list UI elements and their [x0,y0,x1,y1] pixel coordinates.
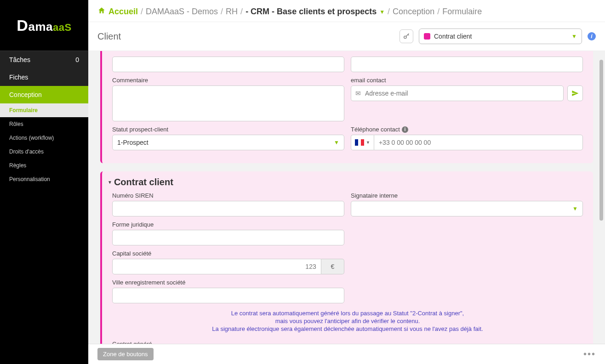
forme-label: Forme juridique [112,221,344,228]
breadcrumb: Accueil / DAMAaaS - Demos / RH / - CRM -… [88,0,605,22]
ville-input[interactable] [112,288,344,303]
commentaire-input[interactable] [112,85,344,121]
siren-input[interactable] [112,201,344,216]
info-icon[interactable]: i [588,32,596,40]
chevron-down-icon: ▼ [572,205,578,212]
section-prospect: Commentaire email contact ✉ [100,51,593,163]
chevron-down-icon: ▼ [379,9,385,15]
nav-taches-count: 0 [75,56,79,63]
ville-label: Ville enregistrement société [112,279,344,286]
collapse-icon: ▼ [108,180,112,185]
chevron-down-icon: ▼ [334,139,339,146]
button-zone-button[interactable]: Zone de boutons [97,348,154,360]
subnav-roles[interactable]: Rôles [0,117,88,131]
statut-value: 1-Prospect [117,139,148,146]
home-icon [97,6,106,17]
breadcrumb-conception[interactable]: Conception [393,7,434,17]
key-button[interactable] [400,29,413,43]
send-email-button[interactable] [567,85,583,101]
breadcrumb-home[interactable]: Accueil [97,6,138,17]
more-icon[interactable]: ••• [583,349,596,359]
flag-fr-icon [355,139,364,146]
toolbar: Client Contrat client ▼ i [88,22,605,51]
subnav-droits[interactable]: Droits d'accès [0,145,88,159]
nav-fiches-label: Fiches [9,74,28,81]
bottom-bar: Zone de boutons ••• [88,344,605,364]
telephone-label: Téléphone contact i [351,126,583,133]
siren-label: Numéro SIREN [112,192,344,199]
section-title[interactable]: ▼ Contrat client [108,177,583,188]
statut-label: Statut prospect-client [112,126,344,133]
euro-suffix: € [321,259,344,274]
nav-conception-label: Conception [9,91,42,98]
nav-taches[interactable]: Tâches 0 [0,51,88,68]
info-icon[interactable]: i [402,126,408,133]
capital-input[interactable] [112,259,321,274]
contract-notice: Le contrat sera automatiquement généré l… [112,310,583,333]
main: Accueil / DAMAaaS - Demos / RH / - CRM -… [88,0,605,364]
capital-label: Capital société [112,250,344,257]
breadcrumb-crm-dropdown[interactable]: - CRM - Base clients et prospects ▼ [245,7,385,17]
signataire-label: Signataire interne [351,192,583,199]
page-title: Client [97,31,121,42]
nav-taches-label: Tâches [9,56,30,63]
nav-conception[interactable]: Conception [0,86,88,103]
logo[interactable]: DDamaamaaaS [0,0,88,51]
section-selector-label: Contrat client [434,33,472,40]
subnav-perso[interactable]: Personnalisation [0,172,88,186]
email-input[interactable] [351,85,564,101]
nav-fiches[interactable]: Fiches [0,68,88,86]
chevron-down-icon: ▼ [366,140,370,145]
breadcrumb-formulaire[interactable]: Formulaire [442,7,482,17]
field-other[interactable] [351,57,583,72]
form-content: Commentaire email contact ✉ [88,51,605,364]
scrollbar[interactable] [599,60,603,221]
svg-point-0 [404,36,406,38]
tag-swatch [424,33,430,40]
breadcrumb-rh[interactable]: RH [226,7,238,17]
signataire-select[interactable]: ▼ [351,201,583,216]
statut-select[interactable]: 1-Prospect ▼ [112,135,344,150]
subnav-regles[interactable]: Règles [0,159,88,172]
section-selector[interactable]: Contrat client ▼ [419,28,582,44]
breadcrumb-demos[interactable]: DAMAaaS - Demos [146,7,218,17]
sidebar: DDamaamaaaS Tâches 0 Fiches Conception F… [0,0,88,364]
subnav-actions[interactable]: Actions (workflow) [0,131,88,145]
subnav-formulaire[interactable]: Formulaire [0,103,88,117]
email-label: email contact [351,77,583,84]
commentaire-label: Commentaire [112,77,344,84]
field-name[interactable] [112,57,344,72]
envelope-icon: ✉ [355,90,361,97]
logo-suffix: aaS [53,22,72,33]
country-code-button[interactable]: ▼ [351,135,374,150]
section-contrat-client: ▼ Contrat client Numéro SIREN Signataire… [100,171,593,364]
forme-input[interactable] [112,230,344,245]
telephone-input[interactable] [374,135,583,150]
chevron-down-icon: ▼ [571,33,577,40]
